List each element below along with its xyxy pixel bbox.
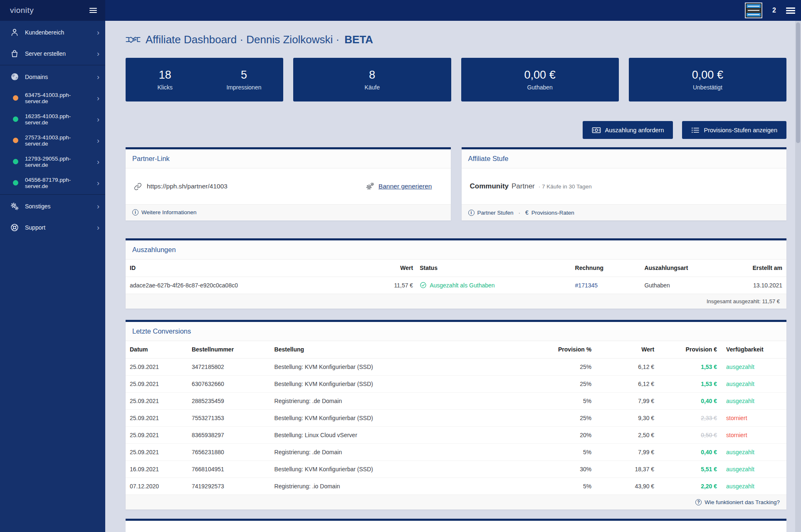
- stat-value: 18: [126, 69, 205, 82]
- handshake-icon: [126, 35, 141, 45]
- payouts-table: ID Wert Status Rechnung Auszahlungsart E…: [126, 260, 786, 294]
- sidebar-item-domain[interactable]: 27573-41003.pph-server.de ›: [0, 130, 105, 151]
- invoice-link[interactable]: #171345: [575, 282, 598, 289]
- column-header: Status: [416, 260, 571, 277]
- separator: ·: [519, 210, 521, 216]
- conversion-availability: ausgezahlt: [720, 443, 786, 460]
- column-header: Wert: [370, 260, 416, 277]
- generate-banner-link[interactable]: Banner generieren: [366, 182, 432, 191]
- column-header: Bestellnummer: [188, 341, 271, 358]
- sidebar-item-domain[interactable]: 12793-29055.pph-server.de ›: [0, 151, 105, 172]
- info-icon: i: [468, 210, 475, 216]
- conversion-order-number: 7419292573: [188, 478, 271, 495]
- affiliate-level-suffix: Partner: [512, 182, 535, 191]
- conversion-order: Bestellung: KVM Konfigurierbar (SSD): [271, 460, 529, 478]
- column-header: Bestellung: [271, 341, 529, 358]
- domain-label: 16235-41003.pph-server.de: [25, 113, 91, 126]
- conversion-row: 25.09.2021 3472185802 Bestellung: KVM Ko…: [126, 358, 786, 375]
- status-dot-icon: [13, 116, 18, 122]
- sidebar-item-domain[interactable]: 16235-41003.pph-server.de ›: [0, 109, 105, 130]
- conversion-order: Registrierung: .de Domain: [271, 443, 529, 460]
- chevron-right-icon: ›: [97, 203, 99, 210]
- chevron-right-icon: ›: [97, 94, 99, 102]
- tracking-help-label: Wie funktioniert das Tracking?: [705, 499, 780, 505]
- topbar: 2: [0, 0, 801, 21]
- tracking-help-link[interactable]: ? Wie funktioniert das Tracking?: [695, 499, 780, 505]
- column-header: Datum: [126, 341, 188, 358]
- conversion-availability: ausgezahlt: [720, 375, 786, 392]
- payouts-panel: Auszahlungen ID Wert Status Rechnung Aus…: [126, 238, 786, 309]
- conversion-commission-pct: 20%: [529, 426, 595, 443]
- payout-id: adace2ae-627b-4f26-8c87-e920c0ca08c0: [126, 277, 370, 294]
- conversion-commission-pct: 30%: [529, 460, 595, 478]
- sidebar-item-support[interactable]: Support ›: [0, 217, 105, 238]
- more-information-label: Weitere Informationen: [141, 209, 197, 215]
- conversion-order-number: 6307632660: [188, 375, 271, 392]
- domain-label: 04556-87179.pph-server.de: [25, 177, 91, 189]
- menu-icon[interactable]: [786, 6, 795, 15]
- column-header: Provision %: [529, 341, 595, 358]
- sidebar-collapse-icon[interactable]: [89, 7, 97, 14]
- conversion-commission-eur: 2,20 €: [701, 483, 717, 490]
- conversions-table: Datum Bestellnummer Bestellung Provision…: [126, 341, 786, 495]
- affiliate-level-name: Community: [470, 182, 509, 191]
- server-rack-icon[interactable]: [745, 2, 762, 18]
- payouts-header-row: ID Wert Status Rechnung Auszahlungsart E…: [126, 260, 786, 277]
- sidebar-item-sonstiges[interactable]: Sonstiges ›: [0, 195, 105, 217]
- show-commission-tiers-button[interactable]: Provisions-Stufen anzeigen: [682, 121, 786, 139]
- conversion-order: Bestellung: KVM Konfigurierbar (SSD): [271, 409, 529, 426]
- bag-icon: [10, 49, 19, 58]
- status-dot-icon: [13, 95, 18, 101]
- conversion-row: 25.09.2021 2885235459 Registrierung: .de…: [126, 392, 786, 409]
- conversions-panel: Letzte Conversions Datum Bestellnummer B…: [126, 320, 786, 510]
- conversion-order: Bestellung: KVM Konfigurierbar (SSD): [271, 358, 529, 375]
- conversion-order-number: 8365938297: [188, 426, 271, 443]
- commission-rates-label: Provisions-Raten: [532, 210, 574, 216]
- domain-label: 27573-41003.pph-server.de: [25, 134, 91, 147]
- sidebar-item-domain[interactable]: 04556-87179.pph-server.de ›: [0, 172, 105, 193]
- sidebar-item-kundenbereich[interactable]: Kundenbereich ›: [0, 22, 105, 43]
- user-icon: [10, 28, 19, 37]
- column-header: Erstellt am: [730, 260, 786, 277]
- payout-status-text: Ausgezahlt als Guthaben: [430, 282, 494, 289]
- partner-tiers-link[interactable]: i Partner Stufen: [468, 210, 514, 216]
- next-panel-stub: [126, 519, 786, 532]
- sidebar-item-label: Server erstellen: [25, 50, 91, 57]
- scrollbar[interactable]: [795, 21, 801, 532]
- sidebar-item-label: Sonstiges: [25, 203, 91, 210]
- conversion-commission-pct: 5%: [529, 443, 595, 460]
- scrollbar-thumb[interactable]: [796, 22, 800, 143]
- commission-rates-link[interactable]: € Provisions-Raten: [525, 209, 574, 216]
- status-dot-icon: [13, 159, 18, 164]
- sidebar-item-domain[interactable]: 63475-41003.pph-server.de ›: [0, 87, 105, 109]
- chevron-right-icon: ›: [97, 137, 99, 144]
- info-panels-row: Partner-Link https://pph.sh/partner/4100…: [126, 147, 786, 220]
- conversion-order: Bestellung: Linux Cloud vServer: [271, 426, 529, 443]
- stat-label: Käufe: [293, 84, 451, 91]
- conversion-commission-eur: 1,53 €: [701, 364, 717, 370]
- partner-url-text: https://pph.sh/partner/41003: [147, 183, 227, 190]
- conversion-order: Bestellung: KVM Konfigurierbar (SSD): [271, 375, 529, 392]
- domain-label: 12793-29055.pph-server.de: [25, 156, 91, 168]
- domain-label: 63475-41003.pph-server.de: [25, 92, 91, 104]
- actions-row: Auszahlung anfordern Provisions-Stufen a…: [126, 121, 786, 139]
- column-header: Auszahlungsart: [641, 260, 730, 277]
- rack-bar-bottom: [747, 13, 761, 17]
- sidebar-item-label: Kundenbereich: [25, 29, 91, 36]
- request-payout-label: Auszahlung anfordern: [605, 127, 664, 134]
- sidebar-item-domains[interactable]: Domains ›: [0, 66, 105, 87]
- conversion-commission-eur: 0,40 €: [701, 398, 717, 404]
- status-dot-icon: [13, 138, 18, 143]
- check-circle-icon: [420, 282, 427, 289]
- request-payout-button[interactable]: Auszahlung anfordern: [583, 121, 673, 139]
- generate-banner-label: Banner generieren: [378, 183, 432, 190]
- conversion-commission-pct: 5%: [529, 392, 595, 409]
- sidebar-section-bottom: Sonstiges › Support ›: [0, 195, 105, 239]
- logo: vionity: [10, 6, 34, 15]
- more-information-link[interactable]: i Weitere Informationen: [132, 209, 197, 215]
- conversion-value: 18,37 €: [595, 460, 658, 478]
- partner-url-link[interactable]: https://pph.sh/partner/41003: [134, 183, 227, 191]
- sidebar-item-server-erstellen[interactable]: Server erstellen ›: [0, 43, 105, 64]
- conversion-row: 25.09.2021 6307632660 Bestellung: KVM Ko…: [126, 375, 786, 392]
- globe-icon: [10, 72, 19, 81]
